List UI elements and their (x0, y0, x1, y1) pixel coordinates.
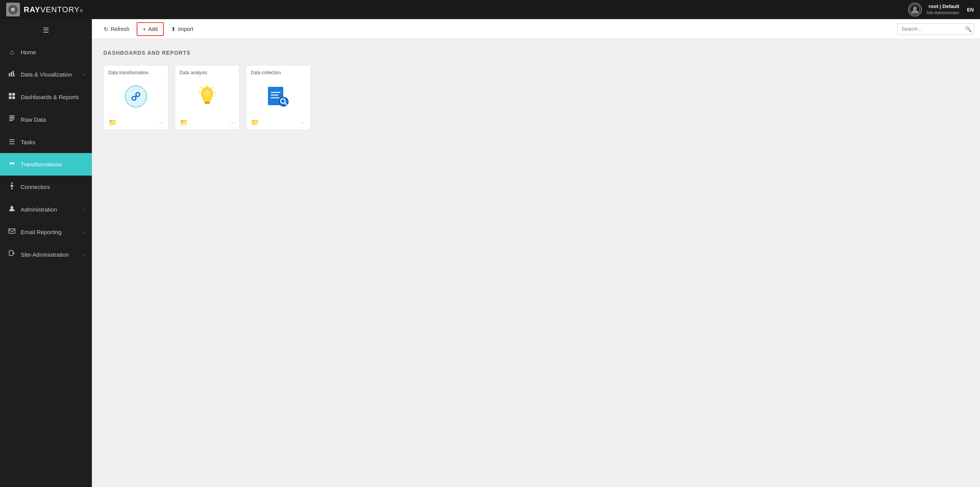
sidebar-label-home: Home (21, 49, 36, 55)
page-title: DASHBOARDS AND REPORTS (103, 50, 969, 56)
card-footer-transformation: 📁 ··· (104, 115, 168, 130)
cards-grid: Data transformation (103, 65, 969, 130)
logo-ventory: VENTORY (40, 5, 80, 14)
content-area: DASHBOARDS AND REPORTS Data transformati… (92, 39, 980, 141)
card-data-collection[interactable]: Data collection (246, 65, 311, 130)
add-button[interactable]: + Add (137, 22, 164, 36)
sidebar-label-email: Email Reporting (21, 229, 62, 235)
sidebar-item-home[interactable]: ⌂ Home (0, 41, 92, 63)
collection-card-icon (266, 85, 291, 108)
toolbar: ↻ Refresh + Add ⬆ Import 🔍 (92, 19, 980, 39)
svg-rect-7 (15, 74, 15, 77)
sidebar-item-site-admin[interactable]: Site-Administration ‹ (0, 243, 92, 266)
card-body-analysis (175, 78, 239, 115)
sidebar-label-dashboards: Dashboards & Reports (21, 94, 79, 100)
card-title-transformation: Data transformation (104, 65, 168, 78)
search-box[interactable]: 🔍 (897, 23, 974, 35)
sidebar-item-tasks[interactable]: ☰ Tasks (0, 131, 92, 153)
sidebar-label-raw-data: Raw Data (21, 116, 46, 123)
svg-rect-39 (271, 97, 279, 98)
svg-rect-9 (12, 93, 15, 96)
svg-rect-11 (12, 96, 15, 99)
svg-rect-28 (205, 103, 209, 104)
chevron-icon: › (83, 72, 84, 77)
more-options-icon[interactable]: ··· (159, 119, 163, 125)
main-content: ↻ Refresh + Add ⬆ Import 🔍 DASHBOARDS AN… (92, 19, 980, 487)
user-info: root | Default Site Administrator (926, 3, 959, 16)
svg-line-30 (201, 87, 202, 88)
connectors-icon (8, 182, 16, 191)
sidebar-item-dashboards[interactable]: Dashboards & Reports (0, 86, 92, 108)
svg-rect-6 (13, 71, 14, 77)
folder-icon-3: 📁 (251, 118, 259, 127)
refresh-label: Refresh (111, 26, 129, 32)
svg-rect-12 (9, 116, 15, 116)
svg-rect-4 (9, 73, 10, 77)
sidebar-item-transformations[interactable]: Transformations (0, 153, 92, 176)
site-admin-chevron-icon: ‹ (83, 252, 84, 257)
search-input[interactable] (902, 26, 963, 32)
sidebar-item-connectors[interactable]: Connectors (0, 176, 92, 198)
card-data-analysis[interactable]: Data analysis (175, 65, 240, 130)
svg-rect-27 (204, 101, 210, 103)
sidebar-item-administration[interactable]: Administration ‹ (0, 198, 92, 221)
plus-icon: + (143, 26, 146, 32)
svg-rect-8 (9, 93, 11, 96)
language-badge[interactable]: EN (967, 7, 974, 13)
sidebar-label-data-viz: Data & Visualization (21, 71, 72, 78)
sidebar-item-email-reporting[interactable]: Email Reporting ‹ (0, 221, 92, 243)
more-options-icon-2[interactable]: ··· (230, 119, 235, 125)
sidebar-label-administration: Administration (21, 206, 57, 213)
user-avatar[interactable] (908, 3, 922, 16)
refresh-button[interactable]: ↻ Refresh (98, 23, 135, 36)
svg-rect-13 (9, 117, 15, 118)
svg-point-17 (11, 188, 13, 189)
svg-rect-5 (11, 72, 12, 77)
sidebar-label-connectors: Connectors (21, 184, 50, 190)
svg-rect-20 (9, 251, 13, 256)
username: root | Default (926, 3, 959, 10)
topbar-left: R RAYVENTORY® (6, 3, 83, 16)
topbar-right: root | Default Site Administrator EN (908, 3, 974, 16)
search-icon: 🔍 (965, 26, 972, 32)
admin-chevron-icon: ‹ (83, 207, 84, 212)
email-icon (8, 228, 16, 236)
card-footer-collection: 📁 ··· (246, 115, 310, 130)
logo-text: RAYVENTORY® (24, 5, 83, 14)
sidebar-label-site-admin: Site-Administration (21, 251, 69, 258)
email-chevron-icon: ‹ (83, 230, 84, 235)
sidebar: ☰ ⌂ Home Data & Visualization › Dashboar… (0, 19, 92, 487)
refresh-icon: ↻ (104, 26, 108, 32)
tasks-icon: ☰ (8, 138, 16, 146)
svg-rect-14 (9, 119, 15, 119)
import-button[interactable]: ⬆ Import (165, 23, 199, 36)
card-title-collection: Data collection (246, 65, 310, 78)
transformation-card-icon (124, 85, 147, 108)
folder-icon: 📁 (108, 118, 117, 127)
sidebar-item-data-visualization[interactable]: Data & Visualization › (0, 63, 92, 86)
logo-icon: R (6, 3, 20, 16)
svg-rect-10 (9, 96, 11, 99)
svg-point-3 (913, 7, 917, 10)
svg-line-32 (212, 87, 213, 88)
hamburger-button[interactable]: ☰ (0, 19, 92, 41)
svg-rect-38 (271, 94, 278, 96)
sidebar-item-raw-data[interactable]: Raw Data (0, 108, 92, 131)
svg-rect-37 (271, 92, 281, 93)
svg-text:R: R (11, 7, 15, 13)
svg-rect-15 (9, 120, 13, 121)
dashboards-icon (8, 93, 16, 101)
analysis-card-icon (196, 84, 219, 109)
svg-line-25 (136, 96, 137, 97)
more-options-icon-3[interactable]: ··· (301, 119, 306, 125)
card-data-transformation[interactable]: Data transformation (103, 65, 168, 130)
import-label: Import (178, 26, 193, 32)
svg-point-16 (11, 182, 13, 184)
folder-icon-2: 📁 (180, 118, 188, 127)
data-viz-icon (8, 70, 16, 79)
add-label: Add (148, 26, 158, 32)
sidebar-label-transformations: Transformations (21, 161, 62, 168)
hamburger-icon: ☰ (43, 26, 49, 34)
administration-icon (8, 205, 16, 214)
svg-rect-19 (9, 229, 15, 233)
